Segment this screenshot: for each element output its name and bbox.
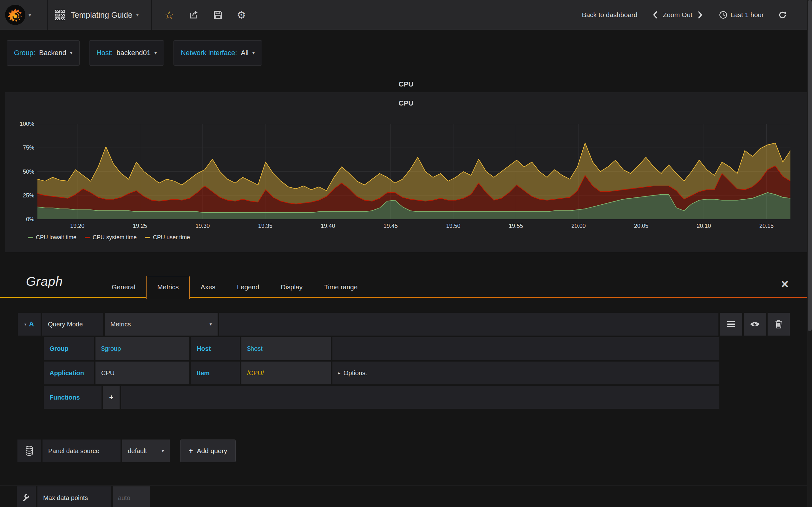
dashboard-title-dropdown[interactable]: Templating Guide ▾ bbox=[48, 0, 152, 30]
tab-time-range[interactable]: Time range bbox=[313, 276, 368, 298]
group-input[interactable]: $group bbox=[96, 337, 189, 360]
chevron-down-icon: ▾ bbox=[24, 322, 27, 327]
graph-panel: CPU 0%25%50%75%100% 19:2019:2519:3019:35… bbox=[5, 92, 807, 252]
query-options-section: Max data points bbox=[0, 485, 812, 507]
x-axis-labels: 19:2019:2519:3019:3519:4019:4519:5019:55… bbox=[38, 223, 791, 231]
chart-plot-area[interactable] bbox=[38, 124, 791, 219]
variable-value: Backend bbox=[39, 49, 66, 57]
scrollbar-thumb[interactable] bbox=[808, 0, 812, 331]
item-input[interactable]: /CPU/ bbox=[241, 361, 331, 384]
wrench-icon bbox=[22, 493, 31, 502]
time-range-label: Last 1 hour bbox=[730, 11, 764, 19]
chevron-down-icon: ▾ bbox=[209, 321, 212, 327]
back-to-dashboard-button[interactable]: Back to dashboard bbox=[582, 11, 637, 19]
application-input[interactable]: CPU bbox=[96, 361, 189, 384]
trash-icon bbox=[774, 320, 783, 329]
options-toggle[interactable]: ▸ Options: bbox=[333, 361, 719, 384]
query-toggle-visibility-button[interactable] bbox=[744, 313, 766, 336]
max-data-points-input[interactable] bbox=[113, 487, 150, 507]
query-delete-button[interactable] bbox=[768, 313, 790, 336]
group-row-spacer bbox=[333, 337, 719, 360]
datasource-icon-cell bbox=[17, 440, 41, 462]
tab-axes[interactable]: Axes bbox=[190, 276, 226, 298]
close-icon: × bbox=[781, 277, 789, 291]
x-tick-label: 19:35 bbox=[258, 223, 272, 229]
refresh-button[interactable] bbox=[778, 10, 787, 20]
x-tick-label: 20:00 bbox=[571, 223, 586, 229]
star-icon: ☆ bbox=[164, 9, 174, 20]
legend-item[interactable]: CPU user time bbox=[145, 234, 190, 241]
add-query-button[interactable]: + Add query bbox=[180, 440, 236, 462]
template-variable[interactable]: Host: backend01 ▾ bbox=[89, 40, 164, 66]
x-tick-label: 19:30 bbox=[195, 223, 210, 229]
field-label-host: Host bbox=[191, 337, 240, 360]
chevron-down-icon: ▾ bbox=[29, 12, 31, 18]
variable-bar: Group: Backend ▾ Host: backend01 ▾ Netwo… bbox=[7, 40, 812, 66]
panel-editor: Graph GeneralMetricsAxesLegendDisplayTim… bbox=[0, 269, 812, 507]
clock-icon bbox=[719, 11, 727, 19]
template-variable[interactable]: Network interface: All ▾ bbox=[173, 40, 262, 66]
host-input[interactable]: $host bbox=[241, 337, 331, 360]
time-range-picker[interactable]: Last 1 hour bbox=[719, 11, 764, 19]
x-tick-label: 20:05 bbox=[634, 223, 648, 229]
legend-item[interactable]: CPU system time bbox=[85, 234, 137, 241]
query-mode-select[interactable]: Metrics ▾ bbox=[105, 313, 217, 336]
x-tick-label: 20:15 bbox=[759, 223, 774, 229]
field-label-item: Item bbox=[191, 361, 240, 384]
time-shift-right-button[interactable] bbox=[697, 11, 704, 19]
functions-row-spacer bbox=[121, 386, 719, 409]
editor-tabs: GeneralMetricsAxesLegendDisplayTime rang… bbox=[101, 276, 368, 298]
chevron-down-icon: ▾ bbox=[161, 448, 164, 454]
y-tick-label: 100% bbox=[20, 121, 34, 127]
save-button[interactable] bbox=[213, 10, 223, 20]
datasource-select[interactable]: default ▾ bbox=[122, 440, 170, 462]
x-tick-label: 19:50 bbox=[446, 223, 460, 229]
chart-title: CPU bbox=[5, 99, 807, 107]
plus-icon: + bbox=[189, 447, 193, 455]
chevron-down-icon: ▾ bbox=[136, 12, 139, 18]
y-tick-label: 0% bbox=[26, 216, 34, 223]
legend-label: CPU user time bbox=[153, 234, 190, 241]
time-shift-left-button[interactable] bbox=[652, 11, 658, 19]
chevron-down-icon: ▾ bbox=[252, 50, 255, 55]
x-tick-label: 19:55 bbox=[509, 223, 523, 229]
share-icon bbox=[188, 9, 199, 20]
tab-legend[interactable]: Legend bbox=[226, 276, 270, 298]
legend-item[interactable]: CPU iowait time bbox=[28, 234, 77, 241]
chevron-right-icon bbox=[697, 11, 704, 19]
editor-header: Graph GeneralMetricsAxesLegendDisplayTim… bbox=[0, 269, 812, 298]
legend-swatch bbox=[28, 237, 33, 238]
tab-general[interactable]: General bbox=[101, 276, 146, 298]
x-tick-label: 19:20 bbox=[70, 223, 84, 229]
x-tick-label: 19:25 bbox=[133, 223, 147, 229]
y-tick-label: 25% bbox=[23, 192, 34, 199]
datasource-label: Panel data source bbox=[43, 440, 120, 462]
query-ref-letter: A bbox=[29, 320, 34, 328]
star-button[interactable]: ☆ bbox=[164, 9, 174, 20]
field-label-group: Group bbox=[44, 337, 94, 360]
tab-metrics[interactable]: Metrics bbox=[146, 276, 190, 299]
zoom-out-button[interactable]: Zoom Out bbox=[663, 11, 693, 19]
panel-drag-title[interactable]: CPU bbox=[0, 80, 812, 89]
chart-legend: CPU iowait time CPU system time CPU user… bbox=[28, 234, 190, 241]
y-tick-label: 50% bbox=[23, 168, 34, 175]
legend-swatch bbox=[85, 237, 90, 238]
chevron-left-icon bbox=[652, 11, 658, 19]
query-options-icon-cell bbox=[17, 487, 36, 507]
share-button[interactable] bbox=[188, 9, 199, 20]
grafana-logo-menu[interactable]: ▾ bbox=[0, 0, 48, 30]
top-navbar: ▾ Templating Guide ▾ ☆ ⚙ Back to dashboa… bbox=[0, 0, 812, 30]
field-label-application: Application bbox=[44, 361, 94, 384]
query-menu-button[interactable] bbox=[720, 313, 742, 336]
tab-display[interactable]: Display bbox=[270, 276, 313, 298]
add-function-button[interactable]: + bbox=[103, 386, 119, 409]
x-tick-label: 19:40 bbox=[321, 223, 335, 229]
template-variable[interactable]: Group: Backend ▾ bbox=[7, 40, 80, 66]
settings-button[interactable]: ⚙ bbox=[237, 10, 246, 20]
gear-icon: ⚙ bbox=[237, 10, 246, 20]
variable-value: backend01 bbox=[116, 49, 151, 57]
query-collapse-toggle[interactable]: ▾ A bbox=[18, 313, 41, 336]
close-editor-button[interactable]: × bbox=[781, 278, 789, 290]
menu-icon bbox=[727, 321, 735, 327]
page-scrollbar[interactable] bbox=[807, 0, 812, 507]
